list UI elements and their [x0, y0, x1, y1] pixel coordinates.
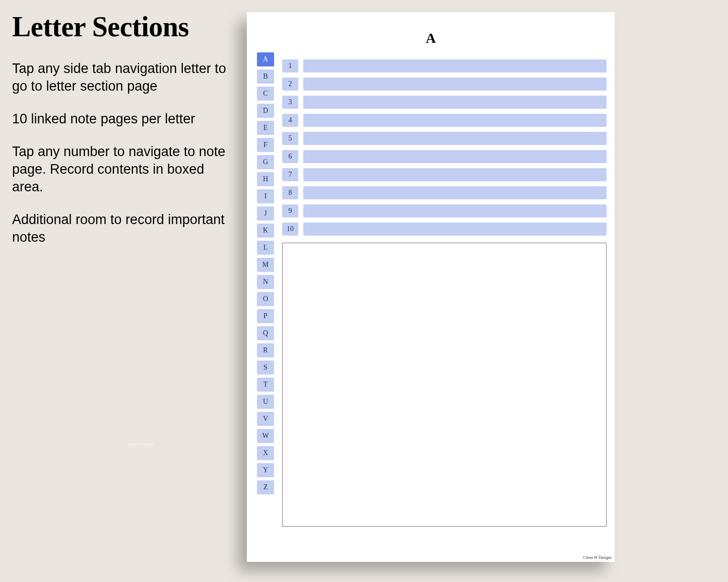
letter-tab-c[interactable]: C: [257, 87, 274, 101]
note-number-1[interactable]: 1: [282, 59, 298, 72]
note-entry-field[interactable]: [303, 168, 607, 181]
note-entry-field[interactable]: [303, 114, 607, 127]
note-number-7[interactable]: 7: [282, 168, 298, 181]
letter-section-page: A ABCDEFGHIJKLMNOPQRSTUVWXYZ 12345678910…: [247, 12, 615, 562]
letter-tab-nav: ABCDEFGHIJKLMNOPQRSTUVWXYZ: [257, 52, 274, 494]
letter-tab-f[interactable]: F: [257, 138, 274, 152]
letter-tab-q[interactable]: Q: [257, 326, 274, 340]
info-paragraph-2: 10 linked note pages per letter: [12, 110, 229, 128]
info-paragraph-3: Tap any number to navigate to note page.…: [12, 143, 229, 196]
credit-text: ©Jena W Designs: [583, 555, 612, 560]
letter-tab-u[interactable]: U: [257, 395, 274, 409]
note-row: 2: [282, 78, 607, 91]
letter-tab-s[interactable]: S: [257, 360, 274, 375]
letter-tab-t[interactable]: T: [257, 378, 274, 392]
letter-tab-v[interactable]: V: [257, 412, 274, 426]
note-entry-field[interactable]: [303, 223, 607, 236]
note-entry-field[interactable]: [303, 132, 607, 145]
note-row: 8: [282, 186, 607, 199]
letter-tab-b[interactable]: B: [257, 69, 274, 84]
note-number-3[interactable]: 3: [282, 96, 298, 109]
note-entry-field[interactable]: [303, 186, 607, 199]
note-entry-field[interactable]: [303, 59, 607, 72]
note-entry-field[interactable]: [303, 96, 607, 109]
note-row: 5: [282, 132, 607, 145]
note-row: 9: [282, 204, 607, 217]
letter-tab-d[interactable]: D: [257, 104, 274, 118]
letter-tab-h[interactable]: H: [257, 172, 274, 186]
note-number-4[interactable]: 4: [282, 114, 298, 127]
letter-tab-g[interactable]: G: [257, 155, 274, 169]
note-number-9[interactable]: 9: [282, 204, 298, 217]
note-entry-field[interactable]: [303, 78, 607, 91]
note-row: 7: [282, 168, 607, 181]
info-panel: Letter Sections Tap any side tab navigat…: [12, 12, 229, 262]
note-row: 1: [282, 59, 607, 72]
letter-tab-w[interactable]: W: [257, 429, 274, 443]
note-number-6[interactable]: 6: [282, 150, 298, 163]
letter-tab-e[interactable]: E: [257, 121, 274, 135]
letter-tab-r[interactable]: R: [257, 343, 274, 357]
letter-tab-y[interactable]: Y: [257, 463, 274, 477]
watermark: Letter Sections: [127, 442, 154, 447]
note-number-8[interactable]: 8: [282, 186, 298, 199]
letter-tab-a[interactable]: A: [257, 52, 274, 66]
letter-tab-l[interactable]: L: [257, 241, 274, 255]
letter-tab-m[interactable]: M: [257, 258, 274, 272]
letter-tab-j[interactable]: J: [257, 206, 274, 221]
note-entry-field[interactable]: [303, 150, 607, 163]
section-title: Letter Sections: [12, 12, 229, 42]
note-row: 6: [282, 150, 607, 163]
letter-tab-z[interactable]: Z: [257, 480, 274, 494]
letter-tab-k[interactable]: K: [257, 224, 274, 238]
note-entry-field[interactable]: [303, 204, 607, 217]
notes-area[interactable]: [282, 243, 607, 527]
letter-tab-i[interactable]: I: [257, 189, 274, 203]
info-paragraph-1: Tap any side tab navigation letter to go…: [12, 60, 229, 95]
note-row: 10: [282, 223, 607, 236]
note-number-10[interactable]: 10: [282, 223, 298, 236]
note-link-rows: 12345678910: [282, 59, 607, 236]
note-row: 4: [282, 114, 607, 127]
letter-tab-p[interactable]: P: [257, 309, 274, 323]
letter-tab-n[interactable]: N: [257, 275, 274, 289]
letter-tab-o[interactable]: O: [257, 292, 274, 306]
note-row: 3: [282, 96, 607, 109]
note-number-2[interactable]: 2: [282, 78, 298, 91]
page-title: A: [247, 30, 615, 46]
info-paragraph-4: Additional room to record important note…: [12, 211, 229, 246]
letter-tab-x[interactable]: X: [257, 446, 274, 460]
note-number-5[interactable]: 5: [282, 132, 298, 145]
